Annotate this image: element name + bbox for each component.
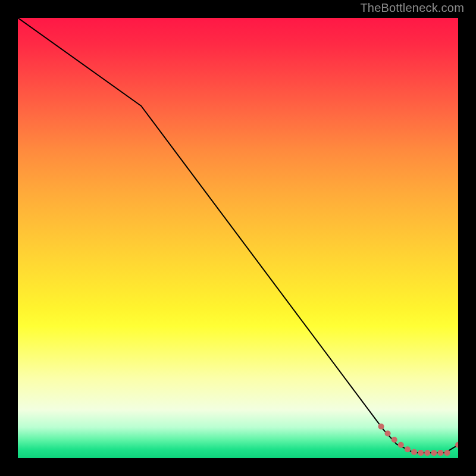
plot-gradient-panel (18, 18, 458, 458)
marker-dot (385, 431, 391, 437)
marker-dot (378, 424, 384, 430)
chart-frame: TheBottleneck.com (0, 0, 476, 476)
marker-dot (437, 450, 443, 456)
marker-dot (418, 450, 424, 456)
marker-dot (424, 450, 430, 456)
marker-dot (411, 449, 417, 455)
chart-svg (18, 18, 458, 458)
attribution-label: TheBottleneck.com (360, 1, 464, 15)
marker-dot (392, 437, 397, 443)
marker-dot (431, 450, 437, 456)
marker-dot (405, 446, 411, 452)
curve-line (18, 18, 458, 453)
marker-dot (444, 450, 450, 456)
marker-layer (378, 424, 459, 456)
marker-dot (398, 442, 404, 448)
